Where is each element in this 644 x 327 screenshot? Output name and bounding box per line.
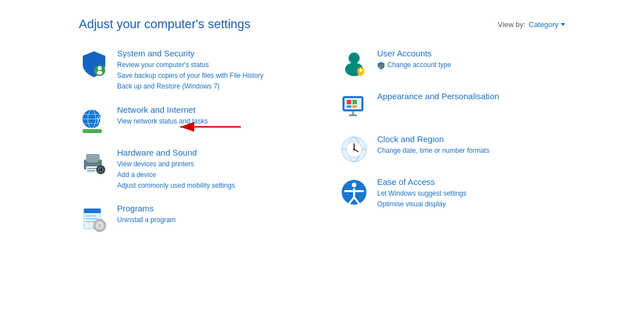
network-internet-link-1[interactable]: View network status and tasks — [117, 116, 208, 127]
page-header: Adjust your computer's settings View by:… — [79, 17, 565, 32]
user-accounts-title[interactable]: User Accounts — [377, 48, 451, 58]
system-security-icon — [79, 48, 109, 79]
ease-access-link-2[interactable]: Optimise visual display — [377, 199, 467, 210]
svg-rect-45 — [352, 111, 354, 114]
view-by-dropdown[interactable]: Category — [529, 20, 565, 29]
category-programs: Programs Uninstall a program — [79, 204, 305, 234]
svg-point-4 — [97, 71, 102, 75]
svg-rect-44 — [352, 105, 357, 108]
shield-star-icon — [377, 61, 385, 69]
svg-point-3 — [98, 67, 102, 70]
system-security-link-1[interactable]: Review your computer's status — [117, 60, 263, 70]
svg-point-55 — [352, 183, 356, 187]
system-security-title[interactable]: System and Security — [117, 48, 263, 58]
svg-rect-41 — [347, 100, 351, 104]
hardware-sound-link-3[interactable]: Adjust commonly used mobility settings — [117, 180, 235, 191]
programs-icon — [79, 204, 109, 234]
ease-access-text: Ease of Access Let Windows suggest setti… — [377, 177, 467, 210]
hardware-sound-link-1[interactable]: View devices and printers — [117, 159, 235, 170]
right-column: User Accounts Change account type — [339, 48, 565, 246]
svg-rect-34 — [360, 69, 361, 72]
category-user-accounts: User Accounts Change account type — [339, 48, 565, 79]
category-appearance: Appearance and Personalisation — [339, 91, 565, 122]
svg-rect-26 — [86, 221, 95, 222]
left-column: System and Security Review your computer… — [79, 48, 305, 246]
programs-text: Programs Uninstall a program — [117, 204, 176, 226]
svg-rect-23 — [84, 209, 101, 213]
svg-point-19 — [100, 169, 101, 170]
clock-region-link-1[interactable]: Change date, time or number formats — [377, 145, 489, 156]
clock-region-icon — [339, 134, 369, 165]
page-title: Adjust your computer's settings — [79, 17, 251, 32]
svg-point-31 — [348, 52, 360, 64]
hardware-sound-text: Hardware and Sound View devices and prin… — [117, 148, 235, 192]
programs-title[interactable]: Programs — [117, 204, 176, 213]
ease-access-icon — [339, 177, 369, 207]
svg-rect-37 — [379, 67, 381, 68]
svg-rect-38 — [382, 67, 383, 68]
clock-region-text: Clock and Region Change date, time or nu… — [377, 134, 489, 156]
user-accounts-text: User Accounts Change account type — [377, 48, 451, 70]
svg-rect-25 — [86, 218, 98, 219]
ease-access-link-1[interactable]: Let Windows suggest settings — [377, 188, 467, 199]
dropdown-arrow-icon — [561, 23, 565, 26]
categories-grid: System and Security Review your computer… — [79, 48, 565, 246]
appearance-title[interactable]: Appearance and Personalisation — [377, 91, 499, 101]
svg-rect-46 — [349, 114, 357, 116]
hardware-sound-title[interactable]: Hardware and Sound — [117, 148, 235, 157]
svg-point-53 — [353, 148, 355, 151]
user-accounts-icon — [339, 48, 369, 79]
category-network-internet: Network and Internet View network status… — [79, 105, 305, 135]
view-by-control[interactable]: View by: Category — [498, 20, 565, 29]
svg-rect-43 — [347, 105, 351, 108]
network-internet-icon — [79, 105, 109, 135]
ease-access-title[interactable]: Ease of Access — [377, 177, 467, 187]
appearance-text: Appearance and Personalisation — [377, 91, 499, 103]
svg-rect-24 — [86, 215, 96, 216]
hardware-sound-link-2[interactable]: Add a device — [117, 170, 235, 180]
svg-point-30 — [99, 225, 100, 226]
system-security-link-3[interactable]: Back up and Restore (Windows 7) — [117, 81, 263, 92]
system-security-text: System and Security Review your computer… — [117, 48, 263, 92]
category-ease-access: Ease of Access Let Windows suggest setti… — [339, 177, 565, 210]
svg-rect-10 — [83, 129, 102, 133]
svg-rect-15 — [87, 170, 95, 171]
view-by-label: View by: — [498, 20, 525, 29]
network-internet-title[interactable]: Network and Internet — [117, 105, 208, 114]
clock-region-title[interactable]: Clock and Region — [377, 134, 489, 144]
appearance-icon — [339, 91, 369, 122]
category-hardware-sound: Hardware and Sound View devices and prin… — [79, 148, 305, 192]
svg-point-18 — [99, 168, 102, 171]
system-security-link-2[interactable]: Save backup copies of your files with Fi… — [117, 70, 263, 81]
programs-link-1[interactable]: Uninstall a program — [117, 215, 176, 226]
hardware-sound-icon — [79, 148, 109, 178]
svg-point-21 — [97, 160, 100, 162]
svg-rect-36 — [382, 64, 383, 66]
network-internet-text: Network and Internet View network status… — [117, 105, 208, 127]
svg-rect-20 — [88, 161, 97, 162]
category-clock-region: Clock and Region Change date, time or nu… — [339, 134, 565, 165]
user-accounts-link-1[interactable]: Change account type — [387, 60, 451, 70]
category-system-security: System and Security Review your computer… — [79, 48, 305, 92]
svg-rect-35 — [379, 64, 381, 66]
svg-rect-42 — [352, 100, 357, 104]
